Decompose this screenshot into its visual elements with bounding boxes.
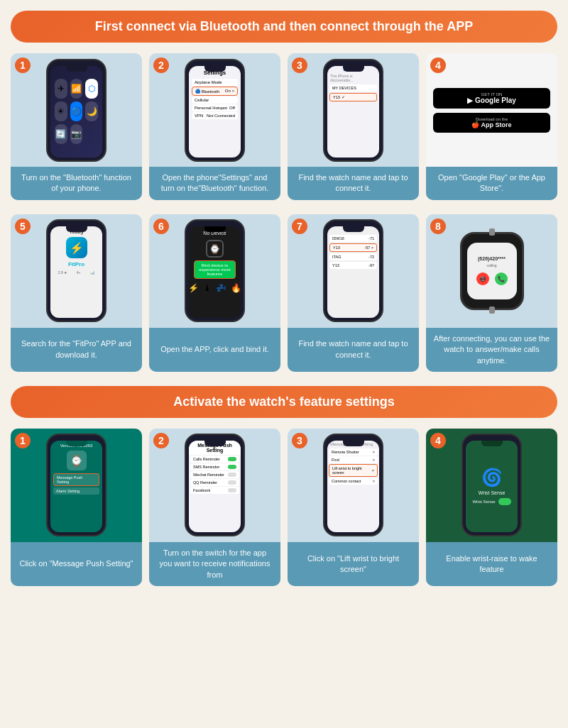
dnd-icon: 🌙 (85, 101, 98, 121)
step6-screen: No Device ⌚ Bind device to experience mo… (189, 226, 241, 318)
bind-icon4: 🔥 (231, 283, 241, 293)
step-3-card: 3 Bluetooth This iPhone is discoverable.… (288, 53, 419, 200)
step-7-text: Find the watch name and tap to connect i… (288, 328, 419, 372)
step6-notch (204, 226, 226, 232)
step-5-card: 5 Today ⚡ FitPro 2.8 ★ 4+ 📊 (11, 214, 142, 372)
step7-notch (343, 226, 364, 232)
step7-phone: Scan IDW16 -71 Y13 -57 > ITAG -72 (323, 219, 383, 322)
remote-shutter-row: Remote Shutter > (329, 448, 378, 456)
step-4-image: 4 GET IT ON ▶ Google Play Download on th… (426, 53, 557, 167)
step3-notch (343, 66, 364, 72)
step-b2-screen: Message Push Setting Calls Reminder SMS … (189, 441, 241, 532)
step-7-image: 7 Scan IDW16 -71 Y13 -57 > (288, 214, 419, 328)
decline-button[interactable]: 📵 (476, 272, 489, 285)
step-b2-card: 2 Message Push Setting Calls Reminder SM… (149, 429, 280, 586)
wechat-toggle[interactable] (228, 473, 236, 477)
step-b4-phone: 🌀 Wrist Sense Wrist Sense (462, 434, 522, 536)
brightness-icon: ☀ (55, 101, 67, 121)
step-b3-card: 3 Message Push Setting Remote Shutter > … (288, 429, 419, 586)
bluetooth-icon: ⬡ (85, 79, 98, 99)
y13-scan-row: Y13 -57 > (329, 243, 377, 252)
step7-screen: Scan IDW16 -71 Y13 -57 > ITAG -72 (327, 226, 379, 318)
idw16-row: IDW16 -71 (329, 235, 377, 242)
bt-icon: 🔵 (70, 101, 83, 121)
fitpro-rating: 2.8 ★ 4+ 📊 (53, 270, 99, 275)
wrist-sense-toggle[interactable] (498, 498, 511, 505)
sms-row: SMS Reminder (190, 463, 239, 470)
step-8-image: 8 (626)420**** calling 📵 📞 (426, 214, 557, 328)
watch-area: (626)420**** calling 📵 📞 (426, 214, 557, 328)
step-b1-number: 1 (15, 433, 31, 448)
watch-screen: (626)420**** calling 📵 📞 (467, 243, 517, 299)
step5-screen: Today ⚡ FitPro 2.8 ★ 4+ 📊 (50, 226, 102, 318)
accept-button[interactable]: 📞 (495, 272, 508, 285)
bind-icons-row: ⚡ 🌡 💤 🔥 (192, 283, 238, 293)
step-8-number: 8 (430, 219, 446, 234)
step-3-image: 3 Bluetooth This iPhone is discoverable.… (288, 53, 419, 167)
bind-prompt: Bind device to experience more features (194, 260, 236, 279)
fitpro-icon: ⚡ (66, 237, 87, 258)
play-icon: ▶ (467, 96, 473, 104)
step5-notch (66, 226, 87, 232)
wifi-icon: 📶 (70, 79, 83, 99)
google-play-button[interactable]: GET IT ON ▶ Google Play (433, 88, 550, 109)
step-1-number: 1 (15, 57, 31, 73)
wrist-sense-graphic: 🌀 (481, 468, 503, 487)
msg-screen: Version: V1.3663 ⌚ Message Push Setting … (50, 441, 102, 532)
step-b4-notch (481, 441, 503, 446)
bluetooth-row-highlighted: 🔵 Bluetooth On > (192, 87, 238, 96)
section2: Activate the watch's feature settings 1 … (11, 386, 557, 586)
step-2-number: 2 (153, 57, 169, 73)
bind-icon3: 💤 (216, 283, 226, 293)
step-4-text: Open "Google Play" or the App Store". (426, 167, 557, 200)
step-6-card: 6 No Device ⌚ Bind device to experience … (149, 214, 280, 372)
step-5-image: 5 Today ⚡ FitPro 2.8 ★ 4+ 📊 (11, 214, 142, 328)
section1-header: First connect via Bluetooth and then con… (11, 11, 557, 43)
step-b1-image: 1 Version: V1.3663 ⌚ Message Push Settin… (11, 429, 142, 542)
section2-steps: 1 Version: V1.3663 ⌚ Message Push Settin… (11, 429, 557, 586)
section1-steps-row2: 5 Today ⚡ FitPro 2.8 ★ 4+ 📊 (11, 214, 557, 372)
step-b1-card: 1 Version: V1.3663 ⌚ Message Push Settin… (11, 429, 142, 586)
bt-subtitle: This iPhone is discoverable... (327, 73, 379, 83)
step-b4-number: 4 (430, 433, 446, 448)
step3-screen: Bluetooth This iPhone is discoverable...… (327, 66, 379, 158)
itag-row: ITAG -72 (329, 253, 377, 260)
qq-toggle[interactable] (228, 480, 236, 485)
calls-toggle[interactable] (228, 457, 236, 461)
step-7-number: 7 (292, 219, 307, 234)
step2-phone: Settings Airplane Mode 🔵 Bluetooth On > … (185, 59, 245, 162)
bt-device-row: MY DEVICES (329, 84, 377, 92)
step-2-image: 2 Settings Airplane Mode 🔵 Bluetooth On … (149, 53, 280, 167)
call-number: (626)420**** (478, 256, 506, 261)
step-6-text: Open the APP, click and bind it. (149, 328, 280, 372)
find-row: Find > (329, 456, 378, 463)
step-6-number: 6 (153, 219, 169, 234)
smartwatch: (626)420**** calling 📵 📞 (460, 232, 524, 310)
step6-phone: No Device ⌚ Bind device to experience mo… (185, 219, 245, 322)
step-b4-text: Enable wrist-raise to wake feature (426, 542, 557, 586)
step2-notch (204, 66, 226, 72)
wrist-sense-screen: 🌀 Wrist Sense Wrist Sense (466, 441, 518, 532)
step-b2-notch (204, 441, 226, 446)
step-b2-image: 2 Message Push Setting Calls Reminder SM… (149, 429, 280, 542)
step-b1-screen: Version: V1.3663 ⌚ Message Push Setting … (50, 441, 102, 532)
app-store-button[interactable]: Download on the 🍎 App Store (433, 113, 550, 133)
cellular-row: Cellular (192, 96, 238, 104)
sms-toggle[interactable] (228, 465, 236, 469)
bind-watch-icon: ⌚ (206, 240, 224, 258)
qq-row: QQ Reminder (190, 479, 239, 486)
step-b3-screen: Message Push Setting Remote Shutter > Fi… (327, 441, 379, 532)
step-2-text: Open the phone"Settings" and turn on the… (149, 167, 280, 200)
step-b2-number: 2 (153, 433, 169, 448)
step-3-number: 3 (292, 57, 307, 73)
step-3-text: Find the watch name and tap to connect i… (288, 167, 419, 200)
step1-phone: ✈ 📶 ⬡ ☀ 🔵 🌙 🔄 📷 (46, 59, 106, 162)
step-b3-text: Click on "Lift wrist to bright screen" (288, 542, 419, 586)
rotate-icon: 🔄 (55, 124, 67, 144)
call-buttons: 📵 📞 (476, 272, 508, 285)
step-b3-notch (343, 441, 364, 446)
fb-toggle[interactable] (228, 488, 236, 492)
step2-screen: Settings Airplane Mode 🔵 Bluetooth On > … (189, 66, 241, 158)
step-1-text: Turn on the "Bluetooth" function of your… (11, 167, 142, 200)
step-b3-number: 3 (292, 433, 307, 448)
